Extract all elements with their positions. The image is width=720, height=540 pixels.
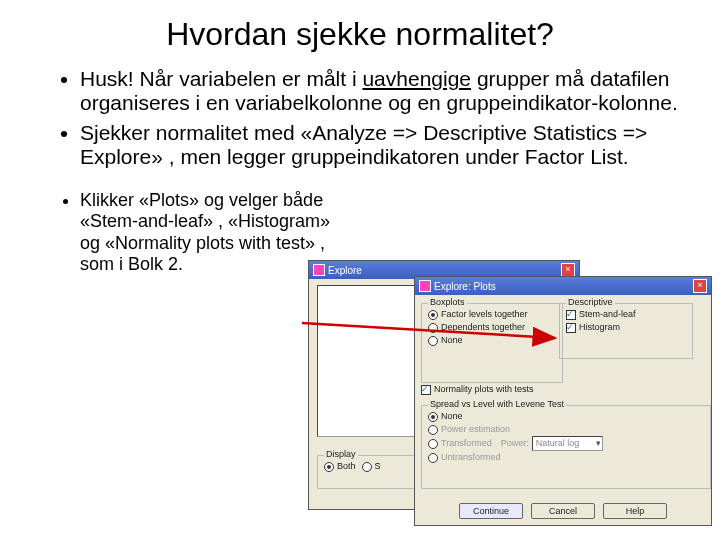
descriptive-legend: Descriptive	[566, 297, 615, 307]
stem-leaf-label: Stem-and-leaf	[579, 308, 636, 321]
explore-title: Explore	[328, 265, 558, 276]
display-stats-radio[interactable]: S	[362, 460, 381, 473]
spread-untransformed-radio[interactable]: Untransformed	[428, 451, 704, 464]
close-icon[interactable]: ×	[561, 263, 575, 277]
power-sublabel: Power:	[501, 437, 529, 450]
bullet-1-pre: Husk! Når variabelen er målt i	[80, 67, 362, 90]
display-both-label: Both	[337, 460, 356, 473]
plots-title: Explore: Plots	[434, 281, 690, 292]
bullet-1-underline: uavhengige	[362, 67, 471, 90]
bullet-3: Klikker «Plots» og velger både «Stem-and…	[80, 190, 340, 276]
app-icon	[419, 280, 431, 292]
close-icon[interactable]: ×	[693, 279, 707, 293]
spread-power-radio[interactable]: Power estimation	[428, 423, 704, 436]
page-title: Hvordan sjekke normalitet?	[40, 16, 680, 53]
boxplots-dependents-radio[interactable]: Dependents together	[428, 321, 556, 334]
variable-listbox[interactable]	[317, 285, 419, 437]
plots-titlebar: Explore: Plots ×	[415, 277, 711, 295]
boxplots-dependents-label: Dependents together	[441, 321, 525, 334]
spread-transformed-label: Transformed	[441, 437, 492, 450]
boxplots-none-label: None	[441, 334, 463, 347]
app-icon	[313, 264, 325, 276]
continue-button[interactable]: Continue	[459, 503, 523, 519]
boxplots-factor-radio[interactable]: Factor levels together	[428, 308, 556, 321]
normality-checkbox[interactable]: Normality plots with tests	[421, 383, 534, 396]
bullet-2: Sjekker normalitet med «Analyze => Descr…	[80, 121, 680, 169]
bullet-1: Husk! Når variabelen er målt i uavhengig…	[80, 67, 680, 115]
spread-untransformed-label: Untransformed	[441, 451, 501, 464]
boxplots-factor-label: Factor levels together	[441, 308, 528, 321]
spread-none-label: None	[441, 410, 463, 423]
spread-power-label: Power estimation	[441, 423, 510, 436]
help-button[interactable]: Help	[603, 503, 667, 519]
spread-none-radio[interactable]: None	[428, 410, 704, 423]
boxplots-legend: Boxplots	[428, 297, 467, 307]
stem-leaf-checkbox[interactable]: Stem-and-leaf	[566, 308, 686, 321]
histogram-checkbox[interactable]: Histogram	[566, 321, 686, 334]
display-stats-label: S	[375, 460, 381, 473]
power-select[interactable]: Natural log	[532, 436, 603, 451]
spread-transformed-radio[interactable]: Transformed Power: Natural log	[428, 436, 704, 451]
boxplots-none-radio[interactable]: None	[428, 334, 556, 347]
cancel-button[interactable]: Cancel	[531, 503, 595, 519]
display-both-radio[interactable]: Both	[324, 460, 356, 473]
explore-plots-dialog: Explore: Plots × Boxplots Factor levels …	[414, 276, 712, 526]
normality-label: Normality plots with tests	[434, 383, 534, 396]
display-legend: Display	[324, 449, 358, 459]
histogram-label: Histogram	[579, 321, 620, 334]
spread-legend: Spread vs Level with Levene Test	[428, 399, 566, 409]
